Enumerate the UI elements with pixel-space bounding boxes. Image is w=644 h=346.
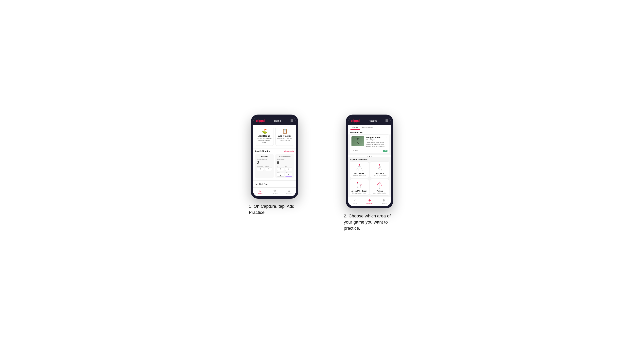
tab-favourites[interactable]: Favourites — [360, 125, 375, 130]
popular-yds: 50–100 yds — [366, 139, 381, 141]
phone1-frame: clippd Home ☰ ⛳ Add Round Record your sh… — [251, 115, 298, 199]
tournament-item: Tournament 0 — [257, 166, 264, 171]
action-cards: ⛳ Add Round Record your shots in fast or… — [253, 125, 296, 148]
stats-header: Last 3 Months View Activity — [255, 150, 294, 153]
add-practice-card[interactable]: 📋 Add Practice Capture your practice off… — [275, 127, 294, 146]
capture-nav-icon: ⊕ — [288, 189, 290, 192]
popular-thumbnail-img — [352, 136, 364, 146]
popular-card[interactable]: Wedge Ladder 50–100 yds ☆ Play 1 shot at… — [350, 135, 389, 153]
home-nav-label: Home — [258, 193, 262, 194]
app-item: APP 4 — [285, 166, 292, 171]
phone1-header-title: Home — [274, 119, 281, 122]
phone1-header: clippd Home ☰ — [253, 117, 296, 125]
rounds-col: Rounds Rounds Capture 0 Tournament 0 — [255, 154, 274, 178]
rounds-capture-label: Rounds Capture — [257, 158, 272, 160]
skill-grid: Off The Tee Power and accuracy — [348, 162, 391, 197]
phone2-section: clippd Practice ☰ Drills Favourites Most… — [328, 115, 411, 231]
phone1-caption: 1. On Capture, tap 'Add Practice'. — [249, 203, 300, 216]
phone1-content: ⛳ Add Round Record your shots in fast or… — [253, 125, 296, 187]
drills-capture-value: 8 — [277, 160, 292, 165]
phone2-screen: clippd Practice ☰ Drills Favourites Most… — [348, 117, 391, 206]
putt-value: 4 — [285, 173, 292, 176]
phone1-logo: clippd — [256, 119, 265, 123]
popular-thumbnail — [352, 136, 364, 146]
favourite-star-icon[interactable]: ☆ — [386, 136, 388, 139]
tabs-row: Drills Favourites — [348, 125, 391, 130]
skill-card-around-the-green[interactable]: Around The Green Hone your short game — [350, 179, 369, 195]
phone1-screen: clippd Home ☰ ⛳ Add Round Record your sh… — [253, 117, 296, 196]
stats-grid: Rounds Rounds Capture 0 Tournament 0 — [255, 154, 294, 178]
arg-label: ARG — [277, 172, 284, 173]
off-the-tee-desc: Power and accuracy — [353, 175, 366, 176]
drills-title: Practice Drills — [277, 156, 292, 158]
stats-period: Last 3 Months — [255, 150, 270, 153]
drills-col: Practice Drills Drills Capture 8 OTT 0 — [275, 154, 294, 178]
nav-activities[interactable]: ⊕ Activities — [268, 189, 282, 195]
add-round-card[interactable]: ⛳ Add Round Record your shots in fast or… — [255, 127, 274, 146]
svg-line-2 — [358, 141, 359, 141]
activities-nav-label: Activities — [271, 193, 278, 195]
phone2-header: clippd Practice ☰ — [348, 117, 391, 125]
skill-areas-label: Explore skill areas — [348, 158, 391, 162]
clock-icon: ○ — [352, 150, 352, 152]
add-round-desc: Record your shots in fast or enhanced mo… — [256, 138, 272, 144]
add-practice-desc: Capture your practice off-the-course — [277, 138, 292, 142]
putt-item: PUTT 4 — [285, 172, 292, 176]
phone1-menu-icon[interactable]: ☰ — [290, 119, 293, 123]
phone2-caption: 2. Choose which area of your game you wa… — [344, 213, 395, 231]
phone2-menu-icon[interactable]: ☰ — [385, 119, 388, 123]
svg-line-23 — [378, 182, 380, 185]
svg-point-10 — [359, 164, 360, 166]
around-green-diagram — [355, 181, 364, 189]
practice-value: 0 — [265, 167, 272, 171]
most-popular-label: Most Popular — [348, 130, 391, 135]
card-dots — [348, 155, 391, 158]
capture-nav-label: Capture — [286, 193, 292, 195]
skill-card-putting[interactable]: Putting Make and lag practice — [370, 179, 389, 195]
around-green-desc: Hone your short game — [352, 192, 366, 194]
practice-item: Practice 0 — [265, 166, 272, 171]
home-nav-icon: ⌂ — [259, 189, 261, 192]
phone1-bottom-nav: ⌂ Home ⊕ Activities ⊕ Capture — [253, 187, 296, 196]
skill-card-off-the-tee[interactable]: Off The Tee Power and accuracy — [350, 162, 369, 178]
putt-label: PUTT — [285, 172, 292, 173]
tab-drills[interactable]: Drills — [350, 125, 360, 130]
nav-home[interactable]: ⌂ Home — [253, 189, 268, 195]
skill-card-approach[interactable]: Approach Dial-in to hit the green — [370, 162, 389, 178]
arg-value: 0 — [277, 173, 284, 176]
page-container: clippd Home ☰ ⛳ Add Round Record your sh… — [233, 115, 411, 231]
off-the-tee-diagram — [355, 163, 364, 172]
view-activity-link[interactable]: View Activity — [284, 150, 294, 152]
putting-desc: Make and lag practice — [373, 192, 386, 194]
svg-point-0 — [357, 138, 358, 140]
p2-activities-nav-icon: ⊕ — [368, 198, 371, 202]
p2-nav-home[interactable]: ⌂ Home — [348, 198, 362, 204]
svg-line-4 — [358, 142, 359, 144]
putting-diagram — [375, 181, 384, 189]
p2-nav-capture[interactable]: ⊕ Capture — [376, 198, 391, 204]
drills-sub-bottom: ARG 0 PUTT 4 — [277, 172, 292, 176]
app-value: 4 — [285, 167, 292, 171]
tournament-value: 0 — [257, 167, 264, 171]
golf-bag-row[interactable]: My Golf Bag › — [253, 180, 296, 187]
popular-title: Wedge Ladder — [366, 136, 381, 139]
ott-label: OTT — [277, 166, 284, 167]
stats-section: Last 3 Months View Activity Rounds Round… — [253, 149, 296, 180]
arg-item: ARG 0 — [277, 172, 284, 176]
p2-activities-nav-label: Activities — [366, 203, 373, 204]
dot-1 — [367, 156, 368, 157]
popular-card-content: Wedge Ladder 50–100 yds ☆ Play 1 shot at… — [350, 135, 389, 149]
popular-info: Wedge Ladder 50–100 yds ☆ Play 1 shot at… — [366, 136, 388, 147]
golf-bag-label: My Golf Bag — [256, 183, 268, 185]
svg-point-16 — [379, 167, 380, 168]
dot-2 — [369, 156, 370, 157]
svg-line-24 — [380, 182, 382, 186]
drills-capture-label: Drills Capture — [277, 158, 292, 160]
approach-title: Approach — [376, 173, 384, 174]
golfer-svg — [355, 138, 361, 145]
phone2-bottom-nav: ⌂ Home ⊕ Activities ⊕ Capture — [348, 197, 391, 206]
nav-capture[interactable]: ⊕ Capture — [282, 189, 296, 195]
svg-line-19 — [358, 182, 358, 186]
putting-title: Putting — [376, 190, 383, 192]
p2-nav-activities[interactable]: ⊕ Activities — [362, 198, 376, 204]
